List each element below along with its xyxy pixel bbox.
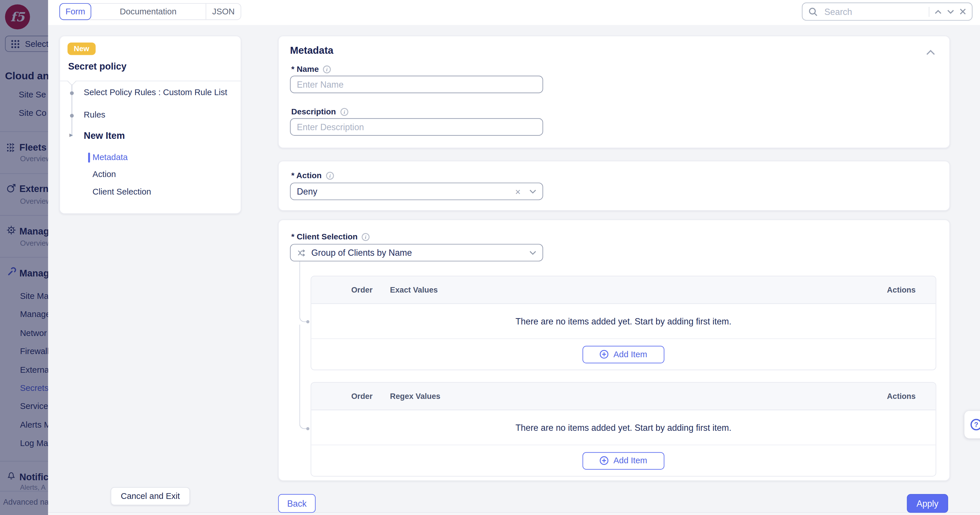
sidebar-item-site-management[interactable]: Site Ma bbox=[20, 291, 48, 302]
sidebar-group-external-overview[interactable]: Overview bbox=[20, 197, 48, 206]
nested-connector bbox=[299, 324, 307, 429]
sidebar-group-fleets[interactable]: Fleets bbox=[19, 142, 46, 153]
search-divider bbox=[929, 6, 929, 17]
sidebar-item-site-settings[interactable]: Site Se bbox=[19, 91, 46, 101]
connector-dot bbox=[306, 320, 309, 323]
sidebar-item-firewall[interactable]: Firewall bbox=[20, 346, 48, 357]
exact-values-table-header: Order Exact Values Actions bbox=[311, 276, 936, 304]
help-button[interactable]: ? bbox=[964, 411, 980, 438]
description-input[interactable] bbox=[290, 118, 543, 136]
tab-json[interactable]: JSON bbox=[206, 4, 241, 19]
collapse-section-icon[interactable] bbox=[926, 47, 936, 58]
question-circle-icon: ? bbox=[969, 418, 980, 432]
view-mode-tabs: Form Documentation JSON bbox=[59, 3, 241, 20]
add-item-button[interactable]: Add Item bbox=[582, 452, 664, 469]
wizard-substep-action[interactable]: Action bbox=[92, 169, 116, 179]
info-icon[interactable]: i bbox=[325, 171, 334, 180]
sidebar-section-heading: Cloud an bbox=[5, 70, 48, 82]
sidebar-group-external[interactable]: Extern bbox=[19, 183, 48, 195]
column-regex-values: Regex Values bbox=[390, 392, 440, 400]
select-service-button[interactable]: Select s bbox=[5, 36, 48, 52]
wizard-panel: New Secret policy Select Policy Rules : … bbox=[59, 36, 241, 214]
add-item-button[interactable]: Add Item bbox=[582, 346, 664, 363]
column-actions: Actions bbox=[887, 392, 916, 400]
column-exact-values: Exact Values bbox=[390, 285, 438, 294]
svg-text:i: i bbox=[365, 234, 366, 240]
exact-values-empty-message: There are no items added yet. Start by a… bbox=[311, 304, 936, 339]
sidebar-group-notifications[interactable]: Notific bbox=[19, 472, 48, 483]
clear-selection-icon[interactable]: × bbox=[515, 187, 521, 196]
sidebar-group-managed-overview[interactable]: Overview bbox=[20, 239, 48, 248]
wizard-title: Secret policy bbox=[68, 61, 126, 71]
connector-dot bbox=[306, 427, 309, 430]
action-field-label: * Action i bbox=[291, 171, 334, 180]
svg-text:i: i bbox=[326, 66, 328, 72]
search-icon bbox=[808, 6, 818, 17]
search-input[interactable] bbox=[823, 6, 924, 17]
sidebar-item-service[interactable]: Service bbox=[20, 401, 48, 412]
wrench-icon bbox=[6, 267, 16, 277]
plus-circle-icon bbox=[600, 456, 609, 465]
tab-documentation[interactable]: Documentation bbox=[91, 4, 206, 19]
info-icon[interactable]: i bbox=[340, 107, 348, 116]
description-field-label: Description i bbox=[291, 107, 348, 116]
sidebar-item-log-management[interactable]: Log Ma bbox=[20, 438, 48, 449]
chevron-down-icon[interactable] bbox=[529, 189, 536, 193]
client-selection-select[interactable]: Group of Clients by Name bbox=[290, 244, 543, 261]
bell-icon bbox=[6, 470, 16, 480]
branch-icon bbox=[297, 248, 307, 257]
fleets-icon bbox=[6, 142, 16, 153]
wizard-substep-client-selection[interactable]: Client Selection bbox=[92, 187, 151, 196]
top-bar: Form Documentation JSON bbox=[48, 0, 980, 25]
sidebar-item-alerts-management[interactable]: Alerts M bbox=[20, 419, 48, 431]
name-input[interactable] bbox=[290, 76, 543, 93]
action-select[interactable]: Deny × bbox=[290, 182, 543, 200]
select-service-label: Select s bbox=[25, 39, 48, 49]
sidebar-item-networking[interactable]: Networ bbox=[20, 328, 47, 339]
add-item-label: Add Item bbox=[614, 456, 648, 465]
sidebar-divider bbox=[0, 173, 48, 174]
action-label-text: * Action bbox=[291, 171, 322, 180]
active-substep-indicator bbox=[88, 153, 90, 163]
sidebar-group-managed[interactable]: Manag bbox=[19, 226, 48, 237]
tab-form[interactable]: Form bbox=[59, 3, 91, 20]
client-selection-label-text: * Client Selection bbox=[291, 232, 358, 241]
client-selection-field-label: * Client Selection i bbox=[291, 232, 370, 241]
sidebar-item-secrets[interactable]: Secrets bbox=[20, 383, 48, 394]
info-icon[interactable]: i bbox=[361, 232, 370, 241]
svg-text:?: ? bbox=[974, 421, 978, 429]
sidebar-group-fleets-overview[interactable]: Overview bbox=[20, 154, 48, 164]
metadata-section-title: Metadata bbox=[290, 45, 334, 56]
step-dot bbox=[70, 91, 73, 95]
grid-icon bbox=[11, 39, 20, 49]
sidebar-item-external[interactable]: Externa bbox=[20, 365, 48, 376]
nested-connector bbox=[299, 261, 307, 322]
client-selection-select-value: Group of Clients by Name bbox=[311, 248, 525, 258]
action-select-value: Deny bbox=[297, 186, 511, 196]
apply-button[interactable]: Apply bbox=[907, 494, 948, 513]
sidebar-divider bbox=[0, 257, 48, 257]
sidebar-item-manage[interactable]: Manage bbox=[20, 309, 48, 320]
wizard-step-new-item[interactable]: New Item bbox=[84, 130, 125, 141]
advanced-nav-label[interactable]: Advanced nav bbox=[3, 498, 48, 506]
plus-circle-icon bbox=[600, 349, 609, 359]
info-icon[interactable]: i bbox=[323, 65, 331, 73]
name-label-text: * Name bbox=[291, 64, 319, 74]
wizard-step-rules[interactable]: Rules bbox=[84, 110, 105, 120]
wizard-substep-metadata[interactable]: Metadata bbox=[92, 153, 128, 162]
sidebar-divider bbox=[0, 215, 48, 216]
sidebar-item-site-connectivity[interactable]: Site Co bbox=[19, 107, 46, 119]
regex-values-table: Order Regex Values Actions There are no … bbox=[310, 382, 936, 477]
f5-logo[interactable]: f5 bbox=[5, 4, 30, 29]
metadata-section: Metadata * Name i Description i bbox=[278, 36, 950, 148]
back-button[interactable]: Back bbox=[278, 494, 316, 513]
search-next-icon[interactable] bbox=[947, 9, 955, 14]
cancel-and-exit-button[interactable]: Cancel and Exit bbox=[111, 487, 190, 505]
sidebar-group-manage[interactable]: Manag bbox=[19, 268, 48, 279]
wizard-divider bbox=[60, 81, 241, 81]
search-close-icon[interactable] bbox=[959, 8, 966, 15]
wizard-step-select-policy-rules[interactable]: Select Policy Rules : Custom Rule List bbox=[84, 88, 228, 97]
search-prev-icon[interactable] bbox=[934, 9, 942, 14]
client-selection-section: * Client Selection i Group of Clients by… bbox=[278, 220, 950, 481]
chevron-down-icon[interactable] bbox=[529, 250, 536, 255]
